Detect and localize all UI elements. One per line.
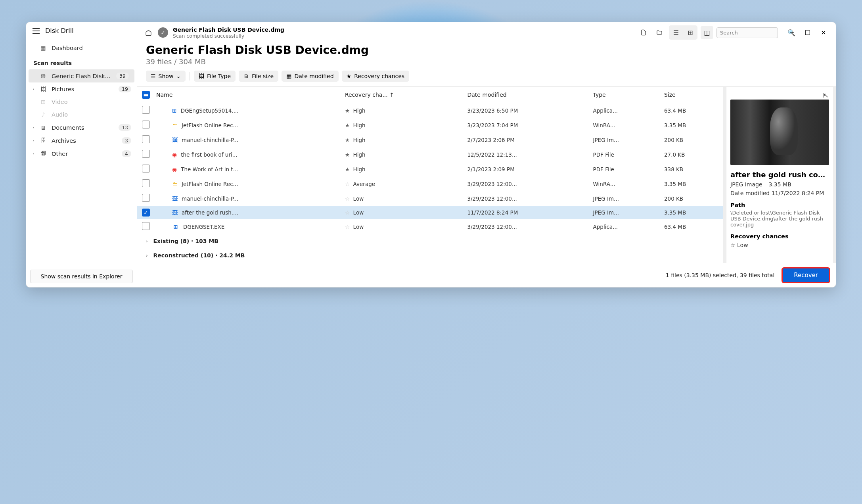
group-row-existing[interactable]: › Existing (8) · 103 MB: [137, 234, 723, 248]
row-checkbox[interactable]: [142, 135, 150, 143]
count-badge: 39: [116, 73, 129, 79]
table-row[interactable]: ✓🖼after the gold rush....☆ Low11/7/2022 …: [137, 206, 723, 219]
recovery-chances-filter-button[interactable]: ★Recovery chances: [342, 71, 410, 82]
col-label: Recovery cha...: [345, 92, 388, 98]
file-type: JPEG Im...: [590, 191, 661, 206]
count-badge: 4: [122, 150, 131, 157]
file-name: manuel-chinchilla-P...: [182, 137, 238, 143]
divider: [190, 72, 190, 80]
sidebar: Disk Drill ▦ Dashboard Scan results ⛃ Ge…: [26, 22, 137, 287]
preview-type: JPEG Image – 3.35 MB: [730, 181, 829, 188]
group-row-reconstructed[interactable]: › Reconstructed (10) · 24.2 MB: [137, 248, 723, 263]
col-date[interactable]: Date modified: [464, 87, 590, 103]
row-checkbox[interactable]: [142, 121, 150, 128]
star-icon: ★: [345, 107, 350, 114]
table-row[interactable]: ◉the first book of uri...★ High12/5/2022…: [137, 147, 723, 162]
table-row[interactable]: 🗀JetFlash Online Rec...★ High3/23/2023 7…: [137, 118, 723, 132]
content-row: ▬ Name Recovery cha... ↑ Date modified T…: [137, 86, 836, 263]
sidebar-item-pictures[interactable]: › 🖼 Pictures 19: [26, 82, 137, 96]
table-row[interactable]: 🗀JetFlash Online Rec...☆ Average3/29/202…: [137, 176, 723, 191]
image-icon: 🖼: [199, 73, 204, 79]
topbar: ✓ Generic Flash Disk USB Device.dmg Scan…: [137, 22, 836, 43]
row-checkbox[interactable]: [142, 179, 150, 187]
maximize-button[interactable]: ☐: [800, 27, 815, 38]
scrollbar[interactable]: [723, 87, 726, 263]
table-row[interactable]: 🖼manuel-chinchilla-P...☆ Low3/29/2023 12…: [137, 191, 723, 206]
footer: 1 files (3.35 MB) selected, 39 files tot…: [137, 263, 836, 287]
date-modified-filter-button[interactable]: ▦Date modified: [282, 71, 338, 82]
recover-button[interactable]: Recover: [782, 267, 830, 283]
recovery-chance: High: [353, 166, 366, 172]
star-icon: ☆: [345, 209, 350, 216]
sidebar-item-other[interactable]: › 🗐 Other 4: [26, 147, 137, 160]
chevron-down-icon: ⌄: [176, 73, 181, 79]
preview-path: \Deleted or lost\Generic Flash Disk USB …: [730, 210, 829, 228]
popout-icon[interactable]: ⇱: [823, 92, 828, 99]
sidebar-item-drive[interactable]: ⛃ Generic Flash Disk USB D... 39: [29, 69, 134, 82]
preview-rc-value: ☆ Low: [730, 242, 829, 248]
count-badge: 13: [119, 124, 131, 131]
file-size: 200 KB: [661, 132, 723, 147]
recovery-chance: High: [353, 151, 366, 158]
file-icon-button[interactable]: [637, 26, 650, 39]
filter-icon: ☰: [151, 73, 156, 79]
row-checkbox[interactable]: [142, 106, 150, 114]
file-size: 3.35 MB: [661, 206, 723, 219]
col-recovery[interactable]: Recovery cha... ↑: [342, 87, 464, 103]
sidebar-item-label: Documents: [52, 125, 84, 131]
panel-toggle-button[interactable]: ◫: [701, 26, 713, 39]
file-name: DGEngSetup55014....: [181, 107, 239, 114]
row-checkbox[interactable]: [142, 150, 150, 158]
row-checkbox[interactable]: [142, 222, 150, 230]
show-filter-button[interactable]: ☰Show⌄: [146, 71, 186, 82]
preview-date: Date modified 11/7/2022 8:24 PM: [730, 190, 829, 196]
group-label: Reconstructed (10) · 24.2 MB: [153, 252, 245, 259]
sidebar-item-documents[interactable]: › 🗎 Documents 13: [26, 121, 137, 134]
grid-view-button[interactable]: ⊞: [684, 26, 697, 39]
chevron-right-icon: ›: [33, 151, 34, 156]
filter-label: Show: [159, 73, 174, 79]
file-type-icon: 🗀: [172, 122, 178, 129]
file-type-icon: ⊞: [172, 107, 177, 114]
col-name[interactable]: Name: [153, 87, 342, 103]
sidebar-item-video[interactable]: ⊞ Video: [26, 96, 137, 108]
app-name: Disk Drill: [45, 27, 74, 34]
show-in-explorer-button[interactable]: Show scan results in Explorer: [30, 270, 133, 283]
scrollbar[interactable]: [833, 87, 836, 263]
file-date: 3/29/2023 12:00...: [464, 191, 590, 206]
sidebar-item-archives[interactable]: › 🗄 Archives 3: [26, 134, 137, 147]
search-input[interactable]: [720, 30, 787, 36]
sidebar-dashboard[interactable]: ▦ Dashboard: [26, 42, 137, 54]
col-size[interactable]: Size: [661, 87, 723, 103]
row-checkbox[interactable]: [142, 194, 150, 202]
file-table-wrapper[interactable]: ▬ Name Recovery cha... ↑ Date modified T…: [137, 87, 723, 263]
star-icon: ★: [345, 122, 350, 128]
sidebar-item-audio[interactable]: ♪ Audio: [26, 108, 137, 121]
hamburger-icon[interactable]: [33, 28, 40, 34]
home-button[interactable]: [142, 26, 155, 39]
table-row[interactable]: 🖼manuel-chinchilla-P...★ High2/7/2023 2:…: [137, 132, 723, 147]
recovery-chance: Low: [353, 209, 364, 216]
file-date: 2/1/2023 2:09 PM: [464, 162, 590, 176]
table-row[interactable]: ⊞DGENGSET.EXE☆ Low3/29/2023 12:00...Appl…: [137, 219, 723, 234]
file-type-icon: 🗀: [172, 180, 178, 188]
search-box[interactable]: 🔍: [716, 27, 778, 38]
table-row[interactable]: ◉The Work of Art in t...★ High2/1/2023 2…: [137, 162, 723, 176]
file-name: DGENGSET.EXE: [183, 224, 224, 230]
row-checkbox[interactable]: [142, 165, 150, 172]
count-badge: 19: [119, 86, 131, 92]
video-icon: ⊞: [40, 99, 47, 105]
file-type-filter-button[interactable]: 🖼File Type: [194, 71, 236, 82]
file-size-filter-button[interactable]: 🗎File size: [239, 71, 278, 82]
list-view-button[interactable]: ☰: [670, 26, 682, 39]
folder-icon-button[interactable]: [653, 26, 666, 39]
file-type: JPEG Im...: [590, 206, 661, 219]
minimize-button[interactable]: ─: [784, 27, 799, 38]
close-button[interactable]: ✕: [816, 27, 831, 38]
rc-text: Low: [737, 242, 748, 248]
select-all-checkbox[interactable]: ▬: [142, 91, 150, 99]
col-type[interactable]: Type: [590, 87, 661, 103]
preview-rc-header: Recovery chances: [730, 233, 829, 240]
row-checkbox[interactable]: ✓: [142, 209, 150, 217]
table-row[interactable]: ⊞DGEngSetup55014....★ High3/23/2023 6:50…: [137, 103, 723, 118]
